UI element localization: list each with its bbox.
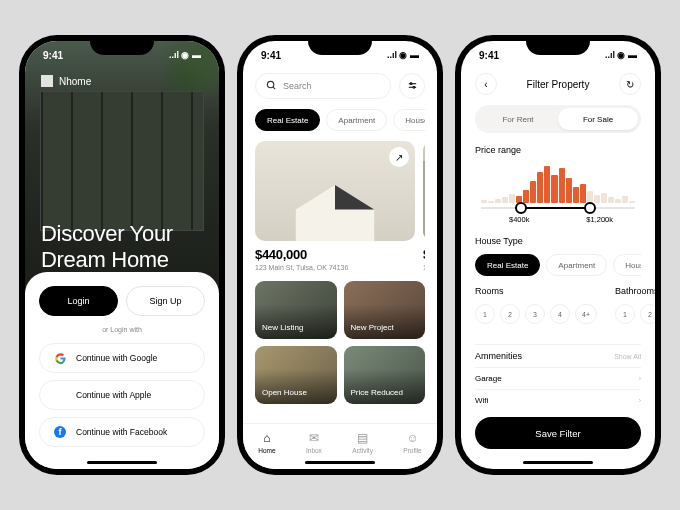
home-indicator[interactable]	[523, 461, 593, 464]
chevron-right-icon: ›	[639, 397, 641, 404]
apple-icon	[54, 389, 66, 401]
search-placeholder: Search	[283, 81, 312, 91]
nav-activity[interactable]: ▤Activity	[352, 431, 373, 454]
price-slider[interactable]	[481, 207, 635, 209]
listing-address: 123 Main St, Tulsa, OK 74136	[255, 264, 415, 271]
nav-label: Activity	[352, 447, 373, 454]
baths-2[interactable]: 2	[640, 304, 655, 324]
seg-for-sale[interactable]: For Sale	[558, 108, 638, 130]
status-icons: ..ıl ◉ ▬	[169, 50, 201, 60]
amenities-header: Ammenities Show All	[475, 344, 641, 367]
chevron-right-icon: ›	[639, 375, 641, 382]
tile-open-house[interactable]: Open House	[255, 346, 337, 404]
hero-line1: Discover Your	[41, 221, 173, 246]
hero-headline: Discover Your Dream Home	[41, 221, 203, 273]
reset-button[interactable]: ↻	[619, 73, 641, 95]
continue-facebook-button[interactable]: f Continue with Facebook	[39, 417, 205, 447]
amenities-label: Ammenities	[475, 351, 522, 361]
sliders-icon	[407, 80, 418, 93]
listing-address: 101 Willow	[423, 264, 425, 271]
brand-name: Nhome	[59, 76, 91, 87]
home-icon: ⌂	[263, 431, 270, 445]
status-time: 9:41	[479, 50, 499, 61]
filter-button[interactable]	[399, 73, 425, 99]
slider-handle-min[interactable]	[515, 202, 527, 214]
nav-label: Profile	[403, 447, 421, 454]
rooms-2[interactable]: 2	[500, 304, 520, 324]
continue-apple-button[interactable]: Continue with Apple	[39, 380, 205, 410]
rooms-4[interactable]: 4	[550, 304, 570, 324]
search-input[interactable]: Search	[255, 73, 391, 99]
type-house[interactable]: House	[613, 254, 641, 276]
house-type-label: House Type	[475, 236, 641, 246]
phone-auth-screen: 9:41 ..ıl ◉ ▬ Nhome Discover Your Dream …	[25, 41, 219, 469]
chevron-left-icon: ‹	[484, 79, 487, 90]
amenity-label: Wifi	[475, 396, 488, 405]
bathrooms-options: 1 2 3 4+	[615, 304, 655, 324]
price-min: $400k	[509, 215, 529, 224]
listing-price: $440,000	[255, 247, 415, 262]
auth-sheet: Login Sign Up or Login with Continue wit…	[25, 272, 219, 469]
rooms-1[interactable]: 1	[475, 304, 495, 324]
price-values: $400k $1,200k	[475, 215, 641, 224]
phone-filter-screen: 9:41 ..ıl ◉ ▬ ‹ Filter Property ↻ For Re…	[461, 41, 655, 469]
price-range-label: Price range	[475, 145, 641, 155]
arrow-icon: ↗	[395, 152, 403, 163]
nav-inbox[interactable]: ✉Inbox	[306, 431, 322, 454]
listing-price: $420,	[423, 247, 425, 262]
nav-profile[interactable]: ☺Profile	[403, 431, 421, 454]
rent-sale-toggle: For Rent For Sale	[475, 105, 641, 133]
continue-google-button[interactable]: Continue with Google	[39, 343, 205, 373]
listing-card[interactable]: ↗ $440,000 123 Main St, Tulsa, OK 74136	[255, 141, 415, 271]
tile-label: Price Reduced	[351, 388, 403, 397]
open-listing-button[interactable]: ↗	[389, 147, 409, 167]
bathrooms-label: Bathrooms	[615, 286, 655, 296]
chip-real-estate[interactable]: Real Estate	[255, 109, 320, 131]
amenity-garage[interactable]: Garage ›	[475, 367, 641, 389]
back-button[interactable]: ‹	[475, 73, 497, 95]
nav-label: Home	[258, 447, 275, 454]
home-indicator[interactable]	[305, 461, 375, 464]
type-real-estate[interactable]: Real Estate	[475, 254, 540, 276]
phone-browse-screen: 9:41 ..ıl ◉ ▬ Search Real Estate Apartme…	[243, 41, 437, 469]
tile-new-listing[interactable]: New Listing	[255, 281, 337, 339]
show-all-button[interactable]: Show All	[614, 353, 641, 360]
listing-carousel[interactable]: ↗ $440,000 123 Main St, Tulsa, OK 74136 …	[255, 141, 425, 271]
svg-point-5	[412, 86, 414, 88]
listing-image	[423, 141, 425, 241]
baths-1[interactable]: 1	[615, 304, 635, 324]
chip-house[interactable]: House	[393, 109, 425, 131]
signup-button[interactable]: Sign Up	[126, 286, 205, 316]
type-apartment[interactable]: Apartment	[546, 254, 607, 276]
page-title: Filter Property	[527, 79, 590, 90]
rooms-3[interactable]: 3	[525, 304, 545, 324]
save-filter-button[interactable]: Save Filter	[475, 417, 641, 449]
inbox-icon: ✉	[309, 431, 319, 445]
seg-for-rent[interactable]: For Rent	[478, 108, 558, 130]
continue-apple-label: Continue with Apple	[76, 390, 151, 400]
home-indicator[interactable]	[87, 461, 157, 464]
svg-point-0	[267, 81, 273, 87]
amenity-wifi[interactable]: Wifi ›	[475, 389, 641, 411]
tile-new-project[interactable]: New Project	[344, 281, 426, 339]
svg-line-1	[273, 86, 275, 88]
status-icons: ..ıl ◉ ▬	[605, 50, 637, 60]
refresh-icon: ↻	[626, 79, 634, 90]
phone-filter: 9:41 ..ıl ◉ ▬ ‹ Filter Property ↻ For Re…	[455, 35, 661, 475]
tile-price-reduced[interactable]: Price Reduced	[344, 346, 426, 404]
status-time: 9:41	[43, 50, 63, 61]
or-divider: or Login with	[39, 326, 205, 333]
tile-label: Open House	[262, 388, 307, 397]
house-type-chips: Real Estate Apartment House Motels	[475, 254, 641, 276]
rooms-4plus[interactable]: 4+	[575, 304, 597, 324]
price-max: $1,200k	[586, 215, 613, 224]
svg-point-4	[410, 82, 412, 84]
listing-card[interactable]: $420, 101 Willow	[423, 141, 425, 271]
profile-icon: ☺	[406, 431, 418, 445]
slider-handle-max[interactable]	[584, 202, 596, 214]
nav-home[interactable]: ⌂Home	[258, 431, 275, 454]
search-icon	[266, 80, 277, 93]
login-button[interactable]: Login	[39, 286, 118, 316]
chip-apartment[interactable]: Apartment	[326, 109, 387, 131]
google-icon	[54, 352, 66, 364]
